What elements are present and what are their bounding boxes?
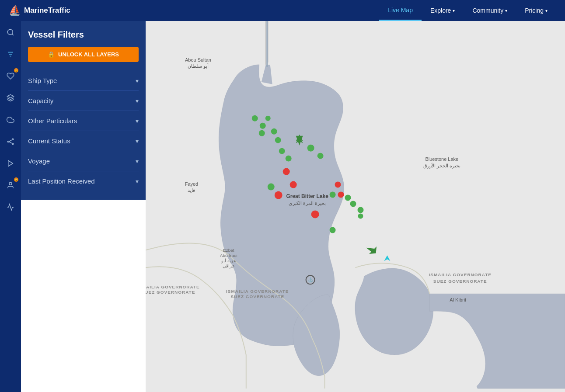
filter-panel-wrapper: Vessel Filters 🔒 UNLOCK ALL LAYERS Ship … (21, 21, 146, 392)
svg-line-1 (12, 34, 13, 35)
bluestone-lake-label: Bluestone Lake (425, 156, 458, 162)
last-position-chevron-icon: ▾ (136, 178, 139, 185)
person-icon-button[interactable]: 🔒 (3, 178, 17, 192)
brand-name: MarineTraffic (24, 6, 70, 15)
explore-chevron-icon: ▾ (453, 8, 455, 13)
svg-marker-5 (7, 95, 14, 98)
favorite-icon-button[interactable]: 🔒 (3, 69, 17, 83)
abou-sultan-label: Abou Sultan (185, 57, 211, 62)
vessel-green-12[interactable] (330, 192, 336, 198)
svg-marker-11 (8, 160, 13, 167)
search-icon-button[interactable] (3, 25, 17, 39)
vessel-green-5[interactable] (271, 128, 277, 135)
ezbet-label: Ezbet (223, 248, 234, 253)
vessel-green-11[interactable] (268, 184, 275, 191)
vessel-green-13[interactable] (345, 195, 351, 201)
lock-badge-2: 🔒 (14, 177, 18, 182)
vessel-green-4[interactable] (259, 130, 265, 136)
chart-icon-button[interactable] (3, 200, 17, 214)
vessel-green-17[interactable] (358, 213, 363, 219)
capacity-chevron-icon: ▾ (136, 97, 139, 104)
vessel-green-15[interactable] (357, 207, 363, 213)
svg-point-0 (7, 29, 13, 35)
filter-header-last-position[interactable]: Last Position Received ▾ (28, 177, 139, 185)
nav-links: Live Map Explore ▾ Community ▾ Pricing ▾ (379, 0, 556, 21)
abu-iraqi-label: Abu Iraqi (220, 253, 237, 258)
filter-section-other-particulars: Other Particulars ▾ (28, 111, 139, 131)
left-icon-bar: 🔒 (0, 21, 21, 392)
unlock-all-layers-button[interactable]: 🔒 UNLOCK ALL LAYERS (28, 47, 139, 62)
svg-point-6 (7, 141, 9, 142)
ship-type-chevron-icon: ▾ (136, 77, 139, 84)
community-chevron-icon: ▾ (505, 8, 507, 13)
nav-live-map[interactable]: Live Map (379, 0, 422, 21)
vessel-green-9[interactable] (307, 145, 314, 152)
vessel-green-16[interactable] (330, 227, 336, 233)
filter-section-current-status: Current Status ▾ (28, 131, 139, 151)
filter-header-current-status[interactable]: Current Status ▾ (28, 137, 139, 145)
suez-gov-label-3: SUEZ GOVERNORATE (433, 279, 487, 284)
port-icon-anchor: ⚓ (308, 277, 314, 283)
ismailia-gov-label-1: ISMAILIA GOVERNORATE (146, 284, 200, 289)
voyage-chevron-icon: ▾ (136, 158, 139, 165)
vessel-red-6[interactable] (338, 192, 344, 198)
arabic-iraqi-label: عراقي (223, 264, 235, 269)
lock-icon: 🔒 (48, 51, 55, 58)
fayed-label: Fayed (185, 181, 199, 187)
vessel-red-5[interactable] (335, 182, 341, 188)
vessel-red-1[interactable] (283, 168, 290, 175)
svg-line-9 (9, 140, 12, 142)
lock-badge: 🔒 (14, 68, 18, 73)
filter-section-last-position: Last Position Received ▾ (28, 171, 139, 191)
filter-section-capacity: Capacity ▾ (28, 91, 139, 111)
nav-pricing[interactable]: Pricing ▾ (516, 0, 556, 21)
weather-icon-button[interactable] (3, 113, 17, 127)
current-status-chevron-icon: ▾ (136, 138, 139, 145)
vessel-green-8[interactable] (286, 156, 292, 162)
abou-sultan-arabic-label: أبو سلطان (188, 63, 209, 69)
top-navigation: ⛵ MarineTraffic Live Map Explore ▾ Commu… (0, 0, 565, 21)
filter-section-voyage: Voyage ▾ (28, 151, 139, 171)
svg-point-12 (9, 182, 12, 185)
great-bitter-lake-label: Great Bitter Lake (286, 193, 328, 199)
filter-header-other-particulars[interactable]: Other Particulars ▾ (28, 117, 139, 125)
vessel-green-3[interactable] (265, 116, 271, 121)
filter-header-capacity[interactable]: Capacity ▾ (28, 97, 139, 104)
map-area[interactable]: Abou Sultan أبو سلطان Bluestone Lake بحي… (146, 21, 565, 392)
bluestone-lake-arabic-label: بحيرة الحجر الأزرق (423, 163, 460, 169)
svg-line-10 (9, 142, 12, 143)
filter-header-ship-type[interactable]: Ship Type ▾ (28, 77, 139, 84)
logo-icon: ⛵ (9, 5, 21, 16)
ismailia-gov-label-3: ISMAILIA GOVERNORATE (429, 272, 491, 277)
filter-panel: Vessel Filters 🔒 UNLOCK ALL LAYERS Ship … (21, 21, 146, 200)
suez-gov-label-2: SUEZ GOVERNORATE (230, 294, 284, 299)
nav-community[interactable]: Community ▾ (464, 0, 516, 21)
vessel-red-3[interactable] (275, 191, 282, 199)
route-icon-button[interactable] (3, 135, 17, 149)
vessel-green-2[interactable] (260, 123, 266, 129)
filter-icon-button[interactable] (3, 47, 17, 61)
arabic-ezbet-label: عزبة أبو (221, 258, 236, 264)
vessel-green-10[interactable] (317, 153, 324, 159)
play-icon-button[interactable] (3, 156, 17, 170)
vessel-green-14[interactable] (350, 201, 356, 207)
other-particulars-chevron-icon: ▾ (136, 118, 139, 125)
logo-area[interactable]: ⛵ MarineTraffic (9, 5, 70, 16)
fayed-arabic-label: فايد (188, 187, 195, 193)
vessel-green-1[interactable] (252, 115, 258, 121)
vessel-green-6[interactable] (275, 137, 281, 143)
nav-explore[interactable]: Explore ▾ (422, 0, 464, 21)
filter-section-ship-type: Ship Type ▾ (28, 71, 139, 91)
main-area: 🔒 (0, 21, 565, 392)
vessel-green-7[interactable] (279, 148, 285, 154)
svg-point-7 (12, 139, 14, 140)
ismailia-gov-label-2: ISMAILIA GOVERNORATE (226, 289, 289, 294)
filter-header-voyage[interactable]: Voyage ▾ (28, 157, 139, 165)
filter-panel-title: Vessel Filters (28, 30, 139, 40)
great-bitter-lake-arabic-label: بحيرة المرة الكبرى (289, 201, 326, 206)
al-kibrit-label: Al Kibrit (450, 297, 466, 302)
vessel-red-4[interactable] (311, 210, 319, 218)
layers-icon-button[interactable] (3, 91, 17, 105)
suez-gov-label-1: SUEZ GOVERNORATE (146, 290, 195, 295)
vessel-red-2[interactable] (290, 181, 297, 188)
